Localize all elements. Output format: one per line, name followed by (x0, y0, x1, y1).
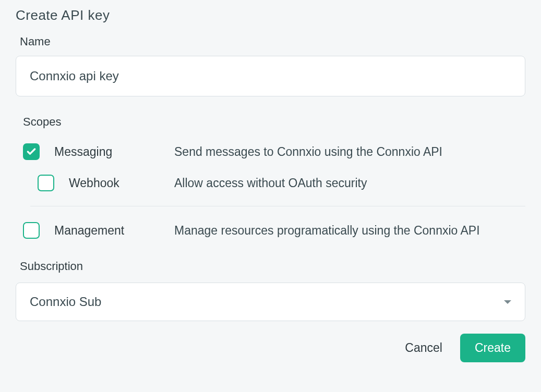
actions-row: Cancel Create (16, 334, 525, 362)
checkbox-webhook[interactable] (38, 175, 54, 191)
subscription-selected-value: Connxio Sub (30, 295, 101, 309)
scope-desc-messaging: Send messages to Connxio using the Connx… (174, 145, 525, 159)
scopes-label: Scopes (23, 115, 525, 129)
name-input[interactable] (16, 56, 525, 96)
cancel-button[interactable]: Cancel (402, 336, 446, 360)
page-title: Create API key (16, 7, 525, 23)
scope-row-management: Management Manage resources programatica… (23, 222, 525, 239)
scope-name-management: Management (54, 224, 174, 238)
subscription-select-wrapper: Connxio Sub (16, 283, 525, 321)
name-label: Name (20, 35, 525, 48)
scope-desc-management: Manage resources programatically using t… (174, 224, 525, 238)
scope-divider (30, 206, 525, 206)
scope-row-webhook: Webhook Allow access without OAuth secur… (38, 175, 525, 191)
subscription-select[interactable]: Connxio Sub (16, 283, 525, 321)
scopes-container: Messaging Send messages to Connxio using… (23, 143, 525, 239)
subscription-label: Subscription (20, 260, 525, 273)
create-button[interactable]: Create (460, 334, 525, 362)
checkbox-management[interactable] (23, 222, 40, 239)
checkbox-messaging[interactable] (23, 143, 40, 160)
check-icon (26, 146, 37, 157)
scope-row-messaging: Messaging Send messages to Connxio using… (23, 143, 525, 160)
scope-desc-webhook: Allow access without OAuth security (174, 176, 525, 190)
chevron-down-icon (504, 300, 511, 304)
scope-name-messaging: Messaging (54, 145, 174, 159)
scope-name-webhook: Webhook (69, 176, 174, 190)
